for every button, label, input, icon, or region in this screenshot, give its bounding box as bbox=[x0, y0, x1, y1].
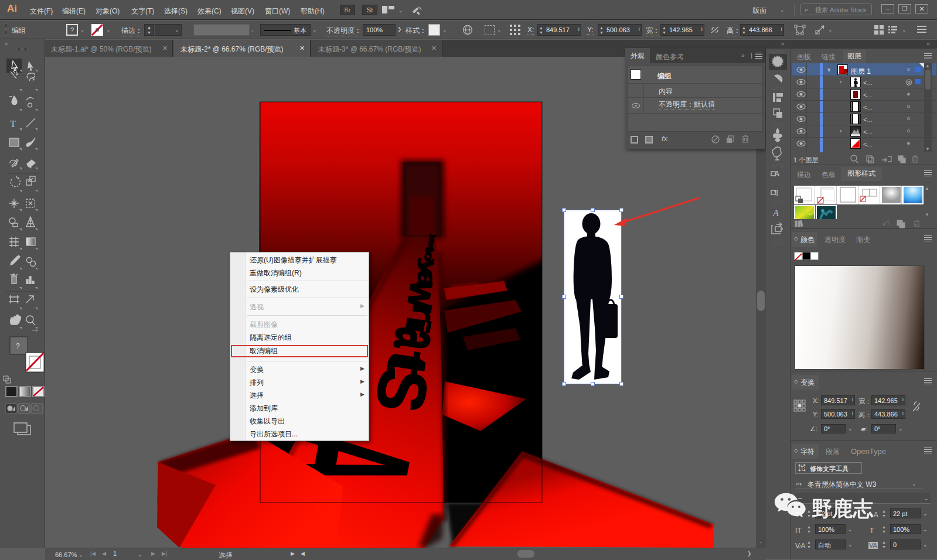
svg-text:T: T bbox=[10, 118, 16, 129]
svg-text:¶: ¶ bbox=[774, 188, 778, 197]
svg-text:?: ? bbox=[16, 342, 20, 350]
svg-text:A: A bbox=[772, 208, 779, 218]
svg-text:T: T bbox=[800, 465, 804, 471]
svg-text:野鹿志: 野鹿志 bbox=[812, 497, 874, 520]
